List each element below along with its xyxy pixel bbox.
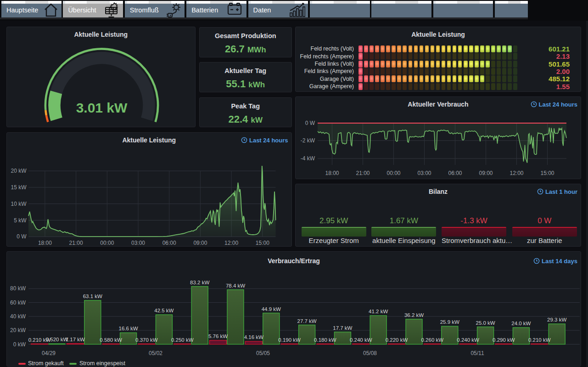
svg-text:0.180 kW: 0.180 kW: [314, 337, 336, 342]
svg-text:0.220 kW: 0.220 kW: [386, 337, 408, 342]
svg-text:27.7 kW: 27.7 kW: [297, 318, 317, 323]
svg-text:03:00: 03:00: [131, 240, 145, 246]
svg-text:5 kW: 5 kW: [14, 217, 27, 223]
svg-text:0.260 kW: 0.260 kW: [421, 337, 444, 342]
svg-text:29.3 kW: 29.3 kW: [547, 317, 566, 322]
svg-text:78.4 kW: 78.4 kW: [226, 282, 245, 288]
svg-text:-4 kW: -4 kW: [301, 155, 315, 162]
svg-text:0.240 kW: 0.240 kW: [457, 337, 479, 342]
svg-text:40 kW: 40 kW: [10, 313, 26, 319]
svg-text:0.250 kW: 0.250 kW: [171, 337, 194, 342]
svg-text:60 kW: 60 kW: [10, 299, 26, 305]
svg-text:0 W: 0 W: [17, 233, 27, 240]
svg-text:41.2 kW: 41.2 kW: [369, 309, 388, 314]
svg-text:18:00: 18:00: [325, 169, 339, 176]
svg-text:3.01 kW: 3.01 kW: [76, 100, 128, 115]
svg-text:24.0 kW: 24.0 kW: [511, 321, 531, 326]
svg-text:15 kW: 15 kW: [11, 184, 27, 190]
svg-text:44.9 kW: 44.9 kW: [262, 306, 281, 311]
svg-text:1.17 kW: 1.17 kW: [66, 336, 85, 342]
svg-text:17.7 kW: 17.7 kW: [333, 325, 352, 330]
svg-text:16.6 kW: 16.6 kW: [119, 326, 138, 331]
svg-text:63.1 kW: 63.1 kW: [83, 293, 102, 299]
svg-text:05/11: 05/11: [470, 350, 484, 356]
svg-text:0.370 kW: 0.370 kW: [135, 337, 158, 342]
svg-text:21:00: 21:00: [69, 240, 83, 246]
svg-text:15:00: 15:00: [540, 169, 554, 176]
svg-text:05/08: 05/08: [363, 350, 377, 356]
svg-text:06:00: 06:00: [448, 169, 462, 176]
svg-text:0.190 kW: 0.190 kW: [278, 337, 301, 342]
svg-text:42.5 kW: 42.5 kW: [154, 308, 174, 313]
svg-text:0.580 kW: 0.580 kW: [100, 337, 122, 342]
svg-text:0 W: 0 W: [305, 120, 315, 126]
svg-text:09:00: 09:00: [479, 169, 493, 176]
svg-text:03:00: 03:00: [417, 169, 431, 176]
svg-text:20 kW: 20 kW: [10, 327, 26, 333]
svg-text:15:00: 15:00: [256, 240, 269, 246]
svg-text:20 kW: 20 kW: [11, 168, 27, 174]
svg-text:0.210 kW: 0.210 kW: [528, 337, 551, 342]
svg-text:12:00: 12:00: [510, 169, 523, 176]
svg-text:0.290 kW: 0.290 kW: [493, 337, 515, 342]
svg-text:04/29: 04/29: [42, 350, 56, 356]
svg-text:00:00: 00:00: [100, 240, 114, 246]
svg-text:0.520 kW: 0.520 kW: [46, 337, 68, 342]
svg-text:80 kW: 80 kW: [10, 285, 26, 292]
svg-text:4.16 kW: 4.16 kW: [244, 334, 263, 340]
svg-text:36.2 kW: 36.2 kW: [404, 312, 424, 317]
svg-text:0.240 kW: 0.240 kW: [350, 337, 372, 342]
svg-text:-2 kW: -2 kW: [301, 137, 315, 144]
svg-text:00:00: 00:00: [386, 169, 400, 176]
svg-text:06:00: 06:00: [162, 240, 176, 246]
svg-text:09:00: 09:00: [193, 240, 207, 246]
svg-text:12:00: 12:00: [224, 240, 238, 246]
svg-text:83.2 kW: 83.2 kW: [190, 279, 209, 285]
svg-text:18:00: 18:00: [38, 240, 52, 246]
svg-text:10 kW: 10 kW: [11, 200, 27, 207]
svg-text:05/02: 05/02: [149, 350, 162, 356]
svg-text:25.9 kW: 25.9 kW: [440, 319, 459, 325]
svg-text:05/05: 05/05: [256, 350, 270, 356]
svg-text:5.76 kW: 5.76 kW: [208, 333, 228, 339]
svg-text:21:00: 21:00: [356, 169, 370, 176]
svg-text:0 kW: 0 kW: [13, 341, 26, 347]
svg-text:25.0 kW: 25.0 kW: [476, 320, 495, 325]
